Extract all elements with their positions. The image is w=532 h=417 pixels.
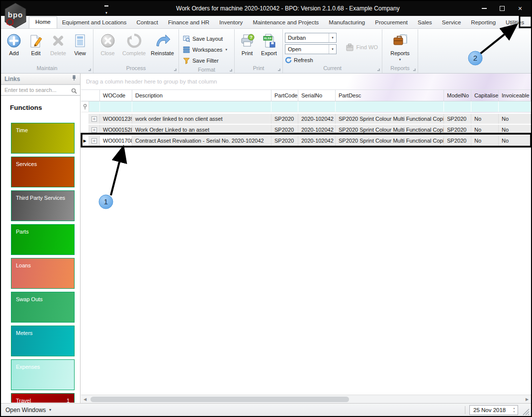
print-button[interactable]: ? Print <box>237 31 258 56</box>
column-header-partdesc[interactable]: PartDesc <box>336 90 444 101</box>
cell-partdesc[interactable]: SP2020 Sprint Colour Multi Functional Co… <box>336 136 444 146</box>
maximize-button[interactable] <box>493 2 511 14</box>
date-spinner[interactable]: ▲▼ <box>511 406 518 415</box>
ribbon-minimize-button[interactable] <box>529 19 532 26</box>
table-row[interactable]: ▶+WO0001708Contract Asset Revaluation - … <box>81 136 531 146</box>
cell-wocode[interactable]: WO0001239 <box>100 114 132 124</box>
dialog-launcher-icon[interactable] <box>278 69 280 71</box>
delete-button[interactable]: Delete <box>47 31 70 56</box>
cell-wocode[interactable]: WO0001708 <box>100 136 132 146</box>
tab-home[interactable]: Home <box>29 16 57 28</box>
cell-description[interactable]: Contract Asset Revaluation - Serial No. … <box>132 136 271 146</box>
spin-up-icon[interactable]: ▲ <box>513 407 516 410</box>
table-row[interactable]: +WO0001239work order linked to non clien… <box>81 114 531 124</box>
tab-procurement[interactable]: Procurement <box>370 17 413 28</box>
spin-down-icon[interactable]: ▼ <box>513 411 516 413</box>
tab-contract[interactable]: Contract <box>131 17 163 28</box>
status-dropdown[interactable]: Open ▼ <box>285 44 337 54</box>
close-wo-button[interactable]: Close <box>95 31 120 56</box>
column-header-partcode[interactable]: PartCode <box>271 90 298 101</box>
dialog-launcher-icon[interactable] <box>230 69 232 72</box>
cell-partcode[interactable]: SP2020 <box>271 136 298 146</box>
quick-access-customize-button[interactable]: ▼ <box>103 5 109 16</box>
site-dropdown[interactable]: Durban ▼ <box>285 33 337 43</box>
tab-reporting[interactable]: Reporting <box>466 17 501 28</box>
cell-modelno[interactable]: SP2020 <box>444 136 471 146</box>
filter-cell-capitalise[interactable] <box>471 101 499 112</box>
column-header-description[interactable]: Description <box>132 90 271 101</box>
cell-invoiceable[interactable]: No <box>499 125 531 135</box>
tile-time[interactable]: Time <box>11 123 75 154</box>
tab-manufacturing[interactable]: Manufacturing <box>324 17 370 28</box>
tile-third-party-services[interactable]: Third Party Services <box>11 190 75 221</box>
add-button[interactable]: Add <box>3 31 25 56</box>
scroll-left-arrow[interactable]: ◀ <box>81 397 89 402</box>
close-button[interactable]: × <box>511 2 529 14</box>
tile-expenses[interactable]: Expenses <box>11 359 75 390</box>
tab-utilities[interactable]: Utilities <box>501 17 529 28</box>
tab-finance-and-hr[interactable]: Finance and HR <box>163 17 214 28</box>
tile-travel[interactable]: Travel1 <box>11 393 75 403</box>
filter-cell[interactable] <box>89 101 100 112</box>
edit-button[interactable]: Edit <box>25 31 47 56</box>
reports-button[interactable]: Reports ▼ <box>385 31 415 61</box>
cell-partcode[interactable]: SP2020 <box>271 125 298 135</box>
search-input[interactable] <box>1 84 80 95</box>
dialog-launcher-icon[interactable] <box>89 69 91 71</box>
cell-serialno[interactable]: 2020-102042 <box>298 114 336 124</box>
horizontal-scrollbar[interactable]: ◀ ▶ <box>81 395 531 403</box>
expand-row-button[interactable]: + <box>89 136 100 146</box>
filter-cell-description[interactable] <box>132 101 271 112</box>
cell-partdesc[interactable]: SP2020 Sprint Colour Multi Functional Co… <box>336 125 444 135</box>
cell-invoiceable[interactable]: No <box>499 136 531 146</box>
cell-description[interactable]: Work Order Linked to an asset <box>132 125 271 135</box>
filter-cell-wocode[interactable] <box>100 101 132 112</box>
save-filter-button[interactable]: Save Filter <box>181 55 230 66</box>
cell-invoiceable[interactable]: No <box>499 114 531 124</box>
filter-cell-partcode[interactable] <box>271 101 298 112</box>
refresh-button[interactable]: Refresh <box>285 57 337 64</box>
scrollbar-track[interactable] <box>89 395 523 403</box>
minimize-button[interactable] <box>475 2 493 14</box>
column-header-wocode[interactable]: WOCode <box>100 90 132 101</box>
cell-description[interactable]: work order linked to non client asset <box>132 114 271 124</box>
cell-serialno[interactable]: 2020-102042 <box>298 125 336 135</box>
tile-swap-outs[interactable]: Swap Outs <box>11 292 75 323</box>
dialog-launcher-icon[interactable] <box>377 69 380 71</box>
filter-cell-serialno[interactable] <box>298 101 336 112</box>
cell-capitalise[interactable]: No <box>471 125 499 135</box>
complete-button[interactable]: Complete <box>120 31 148 56</box>
find-wo-button[interactable]: Find WO <box>346 43 378 51</box>
date-field[interactable]: 25 Nov 2018 ▲▼ <box>469 405 518 415</box>
filter-cell-invoiceable[interactable] <box>499 101 531 112</box>
app-logo[interactable]: bpo <box>3 2 27 30</box>
reinstate-button[interactable]: Reinstate <box>148 31 177 56</box>
column-header-modelno[interactable]: ModelNo <box>444 90 471 101</box>
tile-loans[interactable]: Loans <box>11 258 75 289</box>
cell-capitalise[interactable]: No <box>471 114 499 124</box>
pin-button[interactable] <box>72 75 77 83</box>
open-windows-button[interactable]: Open Windows ▼ <box>5 407 52 414</box>
expand-row-button[interactable]: + <box>89 114 100 124</box>
cell-modelno[interactable]: SP2020 <box>444 114 471 124</box>
expand-row-button[interactable]: + <box>89 125 100 135</box>
resize-grip[interactable] <box>523 409 530 416</box>
column-header-capitalise[interactable]: Capitalise <box>471 90 499 101</box>
workspaces-button[interactable]: Workspaces ▼ <box>181 44 230 55</box>
cell-partcode[interactable]: SP2020 <box>271 114 298 124</box>
cell-wocode[interactable]: WO0001528 <box>100 125 132 135</box>
dialog-launcher-icon[interactable] <box>413 69 416 71</box>
table-row[interactable]: +WO0001528Work Order Linked to an assetS… <box>81 125 531 135</box>
save-layout-button[interactable]: Save Layout <box>181 33 230 44</box>
tile-meters[interactable]: Meters <box>11 326 75 356</box>
tile-services[interactable]: Services <box>11 157 75 187</box>
cell-capitalise[interactable]: No <box>471 136 499 146</box>
tab-equipment-and-locations[interactable]: Equipment and Locations <box>57 17 132 28</box>
tab-service[interactable]: Service <box>437 17 466 28</box>
cell-partdesc[interactable]: SP2020 Sprint Colour Multi Functional Co… <box>336 114 444 124</box>
tab-inventory[interactable]: Inventory <box>214 17 248 28</box>
filter-cell-partdesc[interactable] <box>336 101 444 112</box>
cell-modelno[interactable]: SP2020 <box>444 125 471 135</box>
tab-sales[interactable]: Sales <box>413 17 437 28</box>
cell-serialno[interactable]: 2020-102042 <box>298 136 336 146</box>
